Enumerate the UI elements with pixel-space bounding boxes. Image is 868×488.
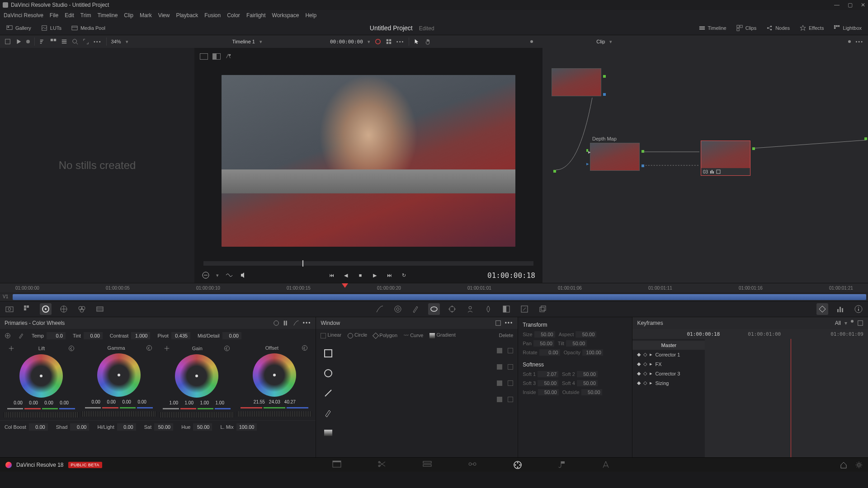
- mediapool-toggle[interactable]: Media Pool: [69, 23, 108, 33]
- colboost-value[interactable]: 0.00: [29, 423, 48, 431]
- stop-button[interactable]: ■: [356, 271, 364, 279]
- gamma-b[interactable]: 0.00: [135, 399, 149, 404]
- size-value[interactable]: 50.00: [534, 331, 555, 338]
- mask-toggle[interactable]: [497, 397, 502, 402]
- page-fusion[interactable]: [468, 460, 477, 469]
- magic-mask-icon[interactable]: [464, 303, 476, 315]
- thumbnail-view-icon[interactable]: [50, 38, 57, 45]
- sizing-icon[interactable]: [519, 303, 530, 315]
- menu-trim[interactable]: Trim: [80, 12, 91, 19]
- gain-g[interactable]: 1.00: [198, 400, 211, 405]
- gain-r[interactable]: 1.00: [182, 400, 196, 405]
- polygon-shape-icon[interactable]: [373, 333, 379, 339]
- loop-icon[interactable]: [375, 38, 381, 45]
- offset-b[interactable]: 40.27: [283, 399, 297, 404]
- expand-icon[interactable]: [83, 38, 89, 45]
- mask-toggle[interactable]: [497, 380, 502, 386]
- menu-fairlight[interactable]: Fairlight: [246, 12, 266, 19]
- reset-icon[interactable]: [224, 346, 230, 351]
- gamma-g[interactable]: 0.00: [120, 399, 133, 404]
- kf-graph[interactable]: [705, 339, 868, 457]
- invert-toggle[interactable]: [508, 397, 513, 402]
- mute-icon[interactable]: [240, 271, 248, 279]
- shape-gradient[interactable]: [323, 427, 334, 438]
- pick-white-icon[interactable]: [18, 333, 24, 339]
- luts-toggle[interactable]: LUTs: [38, 23, 64, 33]
- lightbox-toggle[interactable]: Lightbox: [831, 23, 864, 33]
- viewer-image[interactable]: [222, 75, 515, 247]
- gain-b[interactable]: 1.00: [213, 400, 226, 405]
- info-icon[interactable]: [853, 303, 864, 315]
- lift-color-wheel[interactable]: [19, 354, 63, 398]
- shad-value[interactable]: 0.00: [70, 423, 89, 431]
- more-icon[interactable]: •••: [303, 320, 311, 326]
- page-media[interactable]: [332, 460, 341, 469]
- linear-button[interactable]: Linear: [327, 332, 341, 338]
- viewer-timecode[interactable]: 00:00:00:00: [330, 39, 363, 45]
- gallery-toggle[interactable]: Gallery: [4, 23, 34, 33]
- unmix-icon[interactable]: [225, 271, 233, 279]
- lift-y[interactable]: 0.00: [11, 400, 25, 405]
- chevron-down-icon[interactable]: ▾: [259, 39, 262, 45]
- menu-file[interactable]: File: [50, 12, 58, 19]
- node-source[interactable]: [552, 68, 601, 96]
- split-screen-icon[interactable]: [212, 53, 221, 60]
- still-grab-icon[interactable]: [5, 38, 11, 45]
- offset-master-slider[interactable]: [237, 411, 312, 417]
- node-depthmap[interactable]: [590, 143, 640, 171]
- tracker-icon[interactable]: [446, 303, 458, 315]
- window-icon[interactable]: [428, 303, 440, 315]
- playhead-icon[interactable]: [342, 283, 348, 288]
- expand-icon[interactable]: [857, 320, 863, 326]
- pan-value[interactable]: 50.00: [533, 340, 554, 347]
- keyframe-panel-icon[interactable]: [816, 303, 828, 315]
- inside-value[interactable]: 50.00: [538, 389, 559, 395]
- qualifier-icon[interactable]: [410, 303, 422, 315]
- blur-icon[interactable]: [482, 303, 494, 315]
- menu-view[interactable]: View: [158, 12, 170, 19]
- invert-toggle[interactable]: [508, 380, 513, 386]
- viewer-scrub[interactable]: [203, 261, 533, 266]
- color-warper-icon[interactable]: [392, 303, 404, 315]
- gamma-r[interactable]: 0.00: [104, 399, 118, 404]
- shape-circle[interactable]: [323, 368, 334, 379]
- polygon-button[interactable]: Polygon: [379, 333, 397, 338]
- temp-value[interactable]: 0.0: [47, 332, 66, 339]
- key-icon[interactable]: [500, 303, 512, 315]
- pick-white-icon[interactable]: [164, 345, 170, 352]
- node-graph[interactable]: Depth Map ▸ ▸ 03: [542, 48, 868, 283]
- offset-color-wheel[interactable]: [253, 353, 296, 397]
- shape-pen[interactable]: [323, 408, 334, 418]
- shape-linear[interactable]: [323, 348, 334, 359]
- soft1-value[interactable]: 2.07: [538, 371, 558, 377]
- log-mode-icon[interactable]: [293, 320, 299, 326]
- node-port-in[interactable]: ▸: [586, 161, 589, 164]
- home-icon[interactable]: [840, 461, 847, 469]
- go-last-button[interactable]: ⏭: [385, 271, 393, 279]
- sort-icon[interactable]: [39, 38, 46, 45]
- record-icon[interactable]: [26, 40, 30, 43]
- menu-playback[interactable]: Playback: [176, 12, 198, 19]
- soft3-value[interactable]: 50.00: [538, 380, 558, 386]
- image-wipe-icon[interactable]: [200, 53, 208, 60]
- linear-shape-icon[interactable]: [321, 333, 326, 338]
- settings-icon[interactable]: [855, 461, 863, 469]
- node-port-in[interactable]: ▸: [586, 149, 589, 152]
- close-button[interactable]: ✕: [861, 2, 865, 8]
- gain-color-wheel[interactable]: [175, 354, 218, 398]
- page-color[interactable]: [513, 460, 522, 469]
- chevron-down-icon[interactable]: ▾: [126, 39, 128, 45]
- lift-b[interactable]: 0.00: [57, 400, 71, 405]
- bypass-grades-icon[interactable]: [202, 271, 210, 279]
- clips-toggle[interactable]: Clips: [734, 23, 759, 33]
- menu-mark[interactable]: Mark: [140, 12, 152, 19]
- lift-master-slider[interactable]: [4, 412, 79, 418]
- gamma-color-wheel[interactable]: [97, 353, 141, 397]
- timeline-ruler[interactable]: 01:00:00:00 01:00:00:05 01:00:00:10 01:0…: [0, 283, 868, 293]
- kf-master[interactable]: Master: [632, 341, 705, 350]
- keyframes-dot-icon[interactable]: [851, 320, 854, 323]
- more-icon[interactable]: •••: [396, 39, 405, 44]
- outside-value[interactable]: 50.00: [581, 389, 602, 395]
- step-back-button[interactable]: ◀: [342, 271, 350, 279]
- hilight-value[interactable]: 0.00: [117, 423, 136, 431]
